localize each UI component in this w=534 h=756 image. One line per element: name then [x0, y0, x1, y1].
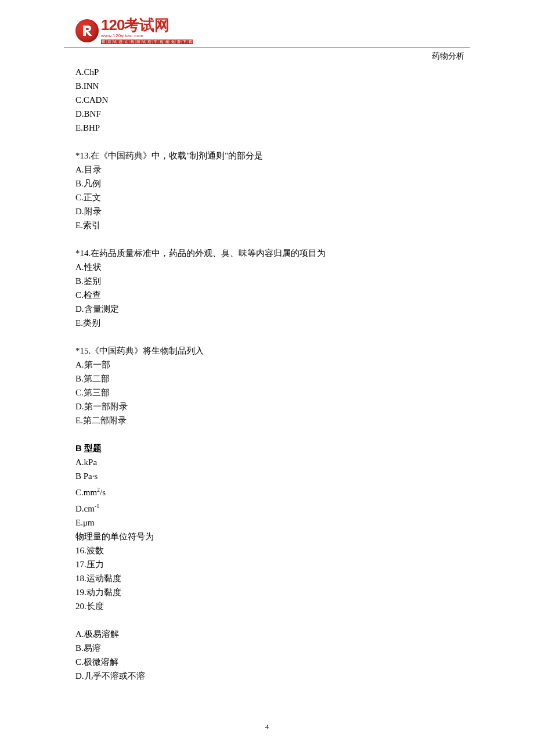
section-heading: B 型题: [75, 441, 459, 455]
option-c: C.检查: [75, 288, 459, 302]
option-a: A.第一部: [75, 358, 459, 372]
option-c: C.CADN: [75, 93, 459, 107]
item-20: 20.长度: [75, 599, 459, 613]
option-d: D.含量测定: [75, 302, 459, 316]
option-b: B.第二部: [75, 372, 459, 386]
q15: *15.《中国药典》将生物制品列入 A.第一部 B.第二部 C.第三部 D.第一…: [75, 344, 459, 427]
page-number: 4: [0, 722, 534, 732]
option-b: B.INN: [75, 79, 459, 93]
option-e: E.索引: [75, 218, 459, 232]
q12-options: A.ChP B.INN C.CADN D.BNF E.BHP: [75, 65, 459, 135]
option-d: D.cm-1: [75, 499, 459, 516]
option-a: A.性状: [75, 260, 459, 274]
option-a: A.极易溶解: [75, 627, 459, 641]
site-logo: 120考试网 www.120yikao.com 模拟试题 在线测试 医学视频 免…: [75, 17, 193, 44]
option-e: E.μm: [75, 516, 459, 530]
question-stem: *13.在《中国药典》中，收载"制剂通则"的部分是: [75, 149, 459, 163]
option-d: D.第一部附录: [75, 399, 459, 413]
group-intro: 物理量的单位符号为: [75, 530, 459, 543]
question-stem: *14.在药品质量标准中，药品的外观、臭、味等内容归属的项目为: [75, 246, 459, 260]
question-stem: *15.《中国药典》将生物制品列入: [75, 344, 459, 358]
logo-url: www.120yikao.com: [101, 34, 193, 38]
option-e: E.BHP: [75, 121, 459, 135]
type-b-group-2-options: A.极易溶解 B.易溶 C.极微溶解 D.几乎不溶或不溶: [75, 627, 459, 683]
option-a: A.kPa: [75, 455, 459, 469]
logo-title: 120考试网: [101, 17, 193, 33]
logo-strip: 模拟试题 在线测试 医学视频 免费下载: [101, 39, 193, 44]
option-e: E.第二部附录: [75, 413, 459, 427]
option-b: B.凡例: [75, 177, 459, 190]
document-body: A.ChP B.INN C.CADN D.BNF E.BHP *13.在《中国药…: [75, 65, 459, 697]
type-b-group-1: B 型题 A.kPa B Pa·s C.mm2/s D.cm-1 E.μm 物理…: [75, 441, 459, 613]
option-c: C.极微溶解: [75, 655, 459, 669]
option-c: C.mm2/s: [75, 483, 459, 499]
option-d: D.附录: [75, 204, 459, 218]
option-a: A.ChP: [75, 65, 459, 79]
option-a: A.目录: [75, 163, 459, 177]
logo-glyph-icon: [80, 23, 95, 38]
header-divider: [64, 48, 470, 48]
option-d: D.BNF: [75, 107, 459, 121]
q14: *14.在药品质量标准中，药品的外观、臭、味等内容归属的项目为 A.性状 B.鉴…: [75, 246, 459, 330]
option-c: C.正文: [75, 190, 459, 204]
q13: *13.在《中国药典》中，收载"制剂通则"的部分是 A.目录 B.凡例 C.正文…: [75, 149, 459, 232]
option-c: C.第三部: [75, 386, 459, 399]
subject-label: 药物分析: [432, 51, 464, 62]
option-e: E.类别: [75, 316, 459, 330]
option-d: D.几乎不溶或不溶: [75, 669, 459, 683]
item-18: 18.运动黏度: [75, 571, 459, 585]
logo-badge-icon: [75, 19, 99, 42]
option-b: B.鉴别: [75, 274, 459, 288]
item-19: 19.动力黏度: [75, 585, 459, 599]
item-16: 16.波数: [75, 543, 459, 557]
option-b: B Pa·s: [75, 469, 459, 483]
item-17: 17.压力: [75, 557, 459, 571]
option-b: B.易溶: [75, 641, 459, 655]
